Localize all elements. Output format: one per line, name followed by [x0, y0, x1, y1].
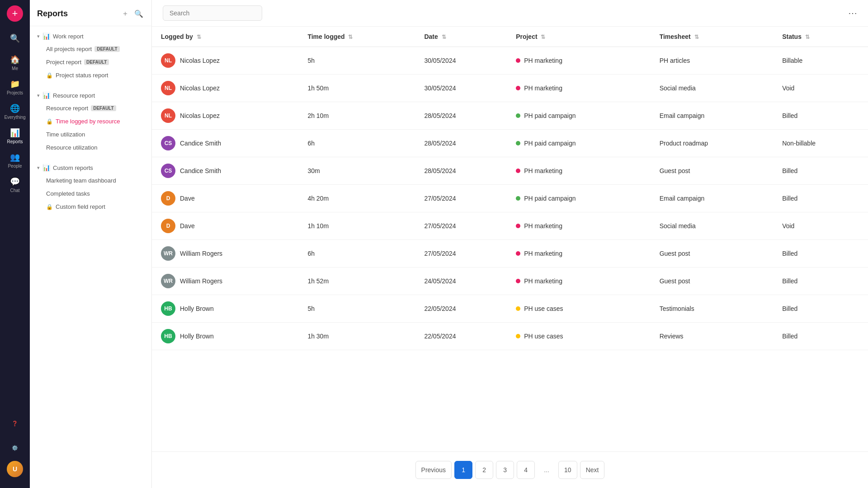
sidebar-item-everything[interactable]: 🌐 Everything: [4, 100, 26, 123]
project-dot: [516, 224, 520, 228]
sidebar-item-reports[interactable]: 📊 Reports: [4, 125, 26, 147]
search-report-button[interactable]: 🔍: [133, 8, 144, 19]
resource-report-label: Resource report: [53, 92, 95, 99]
user-avatar-9: WR: [161, 274, 175, 288]
cell-date: 24/05/2024: [415, 267, 507, 295]
col-date[interactable]: Date ⇅: [415, 27, 507, 47]
page-2-button[interactable]: 2: [475, 461, 493, 479]
settings-button[interactable]: ⚙️: [4, 436, 26, 459]
user-name: Dave: [180, 195, 195, 202]
project-dot: [516, 58, 520, 63]
sidebar-item-people-label: People: [8, 164, 22, 169]
col-status[interactable]: Status ⇅: [773, 27, 868, 47]
next-button[interactable]: Next: [580, 461, 605, 479]
cell-date: 30/05/2024: [415, 75, 507, 102]
project-name: PH marketing: [524, 84, 562, 92]
user-avatar[interactable]: U: [7, 461, 23, 477]
add-report-button[interactable]: ＋: [121, 8, 130, 19]
default-badge-3: DEFAULT: [91, 105, 116, 111]
cell-time-logged: 1h 30m: [298, 323, 415, 350]
search-input[interactable]: [163, 5, 262, 21]
table-row: WR William Rogers 1h 52m 24/05/2024 PH m…: [152, 267, 868, 295]
custom-reports-label: Custom reports: [53, 164, 93, 171]
sort-icon-2: ⇅: [348, 34, 353, 40]
sidebar-item-project-report[interactable]: Project report DEFAULT: [30, 56, 151, 69]
cell-time-logged: 1h 50m: [298, 75, 415, 102]
user-avatar-1: NL: [161, 53, 175, 68]
table-row: HB Holly Brown 1h 30m 22/05/2024 PH use …: [152, 323, 868, 350]
previous-button[interactable]: Previous: [415, 461, 452, 479]
sidebar-header: Reports ＋ 🔍: [30, 0, 151, 26]
cell-status: Non-billable: [773, 130, 868, 157]
cell-timesheet: Product roadmap: [651, 130, 773, 157]
project-name: PH marketing: [524, 57, 562, 64]
sidebar-item-project-status[interactable]: 🔒 Project status report: [30, 69, 151, 82]
people-icon: 👥: [10, 152, 20, 162]
sidebar: Reports ＋ 🔍 ▾ 📊 Work report All projects…: [30, 0, 152, 488]
page-4-button[interactable]: 4: [517, 461, 535, 479]
chart-icon-2: 📊: [42, 92, 50, 99]
table-row: D Dave 1h 10m 27/05/2024 PH marketing So…: [152, 212, 868, 240]
sidebar-item-completed-tasks[interactable]: Completed tasks: [30, 187, 151, 200]
cell-project: PH marketing: [507, 47, 651, 75]
work-report-section: ▾ 📊 Work report All projects report DEFA…: [30, 26, 151, 85]
cell-time-logged: 6h: [298, 130, 415, 157]
sidebar-item-marketing-dashboard[interactable]: Marketing team dashboard: [30, 174, 151, 187]
col-project[interactable]: Project ⇅: [507, 27, 651, 47]
more-options-button[interactable]: ⋯: [848, 8, 857, 19]
page-1-button[interactable]: 1: [454, 461, 472, 479]
cell-time-logged: 1h 52m: [298, 267, 415, 295]
settings-icon: ⚙️: [12, 445, 18, 451]
sidebar-item-people[interactable]: 👥 People: [4, 149, 26, 172]
col-time-logged[interactable]: Time logged ⇅: [298, 27, 415, 47]
project-dot: [516, 113, 520, 118]
sidebar-header-actions: ＋ 🔍: [121, 8, 144, 19]
cell-project: PH marketing: [507, 157, 651, 185]
sidebar-item-search[interactable]: 🔍: [4, 27, 26, 50]
sidebar-item-projects[interactable]: 📁 Projects: [4, 76, 26, 99]
user-avatar-3: NL: [161, 108, 175, 123]
sidebar-item-resource-utilization[interactable]: Resource utilization: [30, 141, 151, 154]
cell-project: PH paid campaign: [507, 102, 651, 130]
sidebar-item-everything-label: Everything: [4, 115, 25, 120]
sidebar-item-me[interactable]: 🏠 Me: [4, 52, 26, 74]
help-button[interactable]: ❓: [4, 412, 26, 435]
marketing-dashboard-label: Marketing team dashboard: [46, 177, 116, 184]
sidebar-item-all-projects[interactable]: All projects report DEFAULT: [30, 42, 151, 56]
cell-project: PH use cases: [507, 323, 651, 350]
cell-status: Billable: [773, 47, 868, 75]
user-name: Nicolas Lopez: [180, 84, 220, 92]
cell-project: PH marketing: [507, 75, 651, 102]
project-name: PH marketing: [524, 250, 562, 257]
sidebar-item-time-utilization[interactable]: Time utilization: [30, 128, 151, 141]
cell-user: WR William Rogers: [152, 240, 298, 267]
page-3-button[interactable]: 3: [496, 461, 514, 479]
sidebar-title: Reports: [37, 9, 68, 19]
work-report-header[interactable]: ▾ 📊 Work report: [30, 30, 151, 42]
sidebar-item-custom-field-report[interactable]: 🔒 Custom field report: [30, 200, 151, 213]
cell-user: NL Nicolas Lopez: [152, 75, 298, 102]
project-name: PH paid campaign: [524, 195, 576, 202]
cell-date: 27/05/2024: [415, 185, 507, 212]
resource-report-header[interactable]: ▾ 📊 Resource report: [30, 89, 151, 102]
cell-date: 28/05/2024: [415, 102, 507, 130]
user-avatar-7: D: [161, 219, 175, 233]
pagination: Previous 1 2 3 4 ... 10 Next: [152, 451, 868, 488]
cell-project: PH marketing: [507, 267, 651, 295]
cell-user: D Dave: [152, 212, 298, 240]
sidebar-item-chat[interactable]: 💬 Chat: [4, 174, 26, 196]
cell-timesheet: Reviews: [651, 323, 773, 350]
sidebar-item-time-logged[interactable]: 🔒 Time logged by resource: [30, 115, 151, 128]
page-10-button[interactable]: 10: [558, 461, 577, 479]
add-button[interactable]: +: [7, 5, 23, 22]
chevron-down-icon-3: ▾: [37, 165, 40, 171]
cell-timesheet: Testimonials: [651, 295, 773, 323]
user-avatar-11: HB: [161, 329, 175, 343]
sidebar-item-resource-report[interactable]: Resource report DEFAULT: [30, 102, 151, 115]
col-logged-by[interactable]: Logged by ⇅: [152, 27, 298, 47]
sort-icon-5: ⇅: [694, 34, 699, 40]
time-utilization-label: Time utilization: [46, 131, 85, 138]
cell-date: 28/05/2024: [415, 130, 507, 157]
custom-reports-header[interactable]: ▾ 📊 Custom reports: [30, 161, 151, 174]
col-timesheet[interactable]: Timesheet ⇅: [651, 27, 773, 47]
